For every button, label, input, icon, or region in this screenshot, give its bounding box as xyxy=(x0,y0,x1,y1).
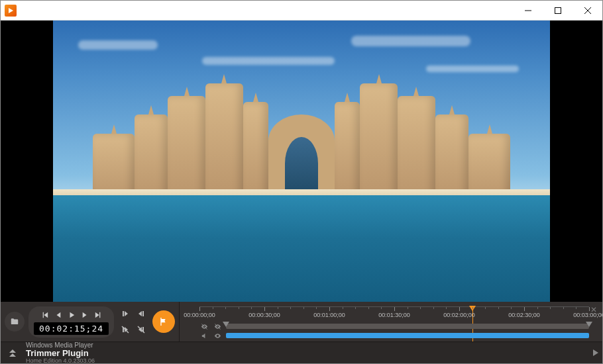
clip[interactable] xyxy=(226,333,589,338)
step-forward-button[interactable] xyxy=(79,309,91,321)
ruler-tick-label: 00:01:30;00 xyxy=(378,312,410,318)
plugin-name-label: Trimmer Plugin xyxy=(26,349,95,358)
track-mute-icon[interactable] xyxy=(213,323,222,330)
window-minimize-button[interactable] xyxy=(513,1,543,21)
editor-panel: 00:02:15;24 ✕ 00:00:00;0000:00:30;0000:0… xyxy=(1,302,602,364)
mark-in-button[interactable] xyxy=(118,306,133,321)
timeline[interactable]: ✕ 00:00:00;0000:00:30;0000:01:00;0000:01… xyxy=(180,302,602,341)
ruler-tick xyxy=(329,307,330,311)
collapse-panel-button[interactable] xyxy=(6,349,19,357)
clip[interactable] xyxy=(226,324,589,329)
ruler-tick xyxy=(264,307,265,311)
play-button[interactable] xyxy=(66,309,78,321)
ruler-tick-label: 00:01:00;00 xyxy=(313,312,345,318)
audio-track[interactable] xyxy=(199,332,589,340)
scroll-right-button[interactable] xyxy=(593,349,598,357)
window-maximize-button[interactable] xyxy=(543,1,573,21)
clear-in-button[interactable] xyxy=(118,322,133,337)
ruler-tick xyxy=(589,307,590,311)
mark-out-button[interactable] xyxy=(134,306,148,321)
edition-version-label: Home Edition 4.0.2303.06 xyxy=(26,358,95,364)
video-viewport[interactable] xyxy=(1,21,602,302)
go-to-start-button[interactable] xyxy=(39,309,51,321)
speaker-icon[interactable] xyxy=(199,332,209,340)
ruler-tick xyxy=(524,307,525,311)
ruler-tick xyxy=(199,307,200,311)
eye-icon[interactable] xyxy=(199,323,209,330)
set-marker-button[interactable] xyxy=(152,310,175,333)
video-track[interactable] xyxy=(199,322,589,330)
svg-rect-0 xyxy=(555,7,561,13)
status-bar: Windows Media Player Trimmer Plugin Home… xyxy=(1,341,602,364)
ruler-tick-label: 00:00:30;00 xyxy=(248,312,280,318)
window-close-button[interactable] xyxy=(573,1,602,21)
ruler-tick-label: 00:02:00;00 xyxy=(443,312,475,318)
go-to-end-button[interactable] xyxy=(92,309,104,321)
clear-out-button[interactable] xyxy=(134,322,148,337)
transport-controls: 00:02:15;24 xyxy=(28,306,114,338)
ruler-tick-label: 00:02:30;00 xyxy=(508,312,540,318)
timeline-ruler[interactable]: 00:00:00;0000:00:30;0000:01:00;0000:01:3… xyxy=(199,306,589,321)
ruler-tick xyxy=(394,307,395,311)
open-file-button[interactable] xyxy=(5,312,25,332)
window-titlebar xyxy=(1,1,602,21)
video-frame xyxy=(53,21,550,302)
ruler-tick-label: 00:03:00;00 xyxy=(573,312,603,318)
ruler-tick xyxy=(459,307,460,311)
track-mute-icon[interactable] xyxy=(213,332,222,340)
step-back-button[interactable] xyxy=(52,309,64,321)
app-icon xyxy=(5,5,17,17)
ruler-tick-label: 00:00:00;00 xyxy=(184,312,215,318)
timecode-display: 00:02:15;24 xyxy=(34,322,109,335)
